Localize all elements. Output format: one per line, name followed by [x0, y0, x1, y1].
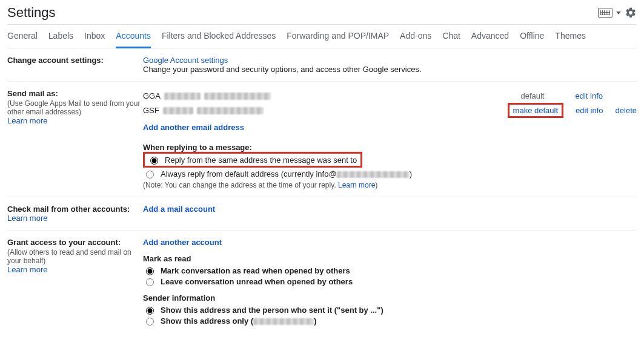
sender-only-radio[interactable]	[146, 318, 154, 325]
tab-filters[interactable]: Filters and Blocked Addresses	[162, 31, 276, 48]
mark-unread-label: Leave conversation unread when opened by…	[161, 277, 353, 286]
redacted-text	[164, 93, 201, 100]
top-icons	[598, 7, 637, 19]
grant-access-sub: (Allow others to read and send mail on y…	[7, 248, 143, 265]
section-check-mail: Check mail from other accounts: Learn mo…	[7, 197, 637, 231]
check-mail-learn-more[interactable]: Learn more	[7, 214, 47, 223]
send-as-name: GGA	[143, 91, 161, 100]
reply-same-address-radio[interactable]	[150, 157, 158, 165]
grant-access-heading: Grant access to your account:	[7, 238, 143, 247]
edit-info-link[interactable]: edit info	[575, 91, 603, 100]
sender-only-label: Show this address only ()	[161, 316, 316, 325]
section-send-mail-as: Send mail as: (Use Google Apps Mail to s…	[7, 82, 637, 197]
page-title: Settings	[7, 5, 56, 21]
mark-unread-radio[interactable]	[146, 278, 154, 286]
send-as-row: GSF make default edit info delete	[143, 103, 637, 118]
section-grant-access: Grant access to your account: (Allow oth…	[7, 231, 637, 334]
google-account-settings-link[interactable]: Google Account settings	[143, 56, 228, 65]
reply-same-address-label: Reply from the same address the message …	[165, 155, 357, 165]
edit-info-link[interactable]: edit info	[576, 106, 603, 115]
change-account-heading: Change account settings:	[7, 56, 143, 65]
reply-note-learn-more[interactable]: Learn more	[338, 181, 375, 189]
redacted-text	[163, 107, 193, 114]
sender-full-label: Show this address and the person who sen…	[161, 306, 383, 315]
chevron-down-icon[interactable]	[616, 11, 621, 15]
delete-address-link[interactable]: delete	[616, 106, 637, 115]
section-change-account: Change account settings: Google Account …	[7, 48, 637, 82]
send-as-row: GGA default edit info	[143, 91, 637, 100]
tab-forwarding[interactable]: Forwarding and POP/IMAP	[287, 31, 389, 48]
gear-icon[interactable]	[625, 7, 637, 19]
send-mail-sub: (Use Google Apps Mail to send from your …	[7, 99, 143, 116]
redacted-text	[204, 93, 271, 100]
sender-info-heading: Sender information	[143, 293, 637, 302]
settings-tabs: General Labels Inbox Accounts Filters an…	[7, 25, 637, 48]
send-as-status: default	[520, 91, 563, 100]
redacted-text	[337, 171, 410, 178]
make-default-highlight: make default	[508, 103, 563, 118]
reply-heading: When replying to a message:	[143, 143, 637, 152]
tab-inbox[interactable]: Inbox	[84, 31, 105, 48]
add-mail-account-link[interactable]: Add a mail account	[143, 204, 215, 214]
reply-same-address-highlight: Reply from the same address the message …	[143, 152, 362, 168]
send-mail-learn-more[interactable]: Learn more	[7, 116, 47, 125]
tab-labels[interactable]: Labels	[48, 31, 73, 48]
tab-advanced[interactable]: Advanced	[471, 31, 509, 48]
reply-note: (Note: You can change the address at the…	[143, 181, 637, 189]
change-account-desc: Change your password and security option…	[143, 65, 637, 74]
tab-accounts[interactable]: Accounts	[116, 31, 151, 48]
tab-chat[interactable]: Chat	[442, 31, 460, 48]
send-mail-heading: Send mail as:	[7, 89, 143, 98]
tab-general[interactable]: General	[7, 31, 38, 48]
check-mail-heading: Check mail from other accounts:	[7, 204, 143, 214]
tab-addons[interactable]: Add-ons	[400, 31, 431, 48]
redacted-text	[253, 318, 314, 325]
reply-default-address-radio[interactable]	[146, 171, 154, 178]
redacted-text	[197, 107, 264, 114]
make-default-link[interactable]: make default	[513, 106, 558, 115]
sender-full-radio[interactable]	[146, 307, 154, 315]
reply-default-address-label: Always reply from default address (curre…	[161, 169, 412, 178]
mark-as-read-heading: Mark as read	[143, 254, 637, 263]
tab-offline[interactable]: Offline	[520, 31, 544, 48]
tab-themes[interactable]: Themes	[555, 31, 586, 48]
send-as-name: GSF	[143, 106, 159, 115]
grant-access-learn-more[interactable]: Learn more	[7, 265, 47, 274]
add-email-address-link[interactable]: Add another email address	[143, 123, 244, 132]
keyboard-icon[interactable]	[598, 8, 612, 18]
mark-read-label: Mark conversation as read when opened by…	[161, 266, 350, 275]
mark-read-radio[interactable]	[146, 267, 154, 275]
add-another-account-link[interactable]: Add another account	[143, 238, 222, 247]
